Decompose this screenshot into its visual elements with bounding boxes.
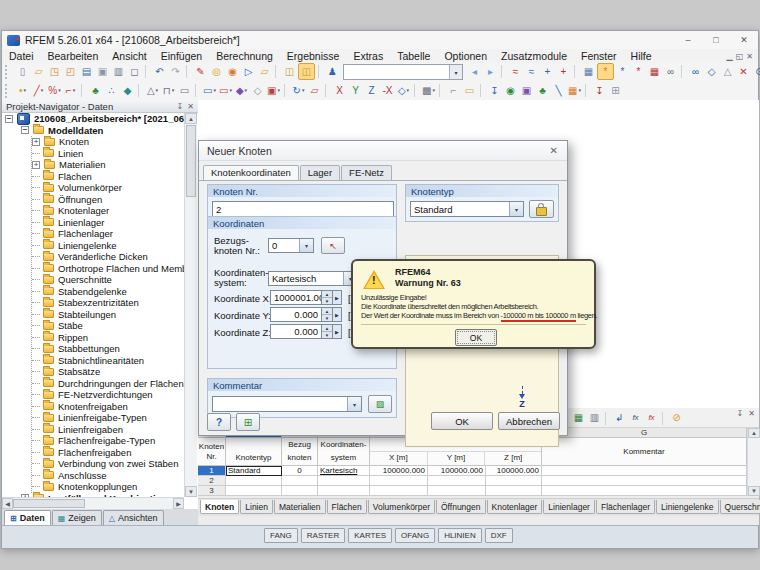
table-cell[interactable] [318,486,370,496]
expand-icon[interactable]: + [32,138,40,146]
menu-item-extras[interactable]: Extras [346,50,390,62]
frame-tool-icon[interactable]: ▭ [177,83,192,98]
rotate-tool-icon[interactable]: ↻▾ [291,83,306,98]
hinge-tool-icon[interactable]: ⊓▾ [161,83,176,98]
mdi-restore-button[interactable]: ◱ [736,52,744,61]
z-spinner[interactable]: ▲▼ [322,324,333,339]
solid-render-icon[interactable]: ▣ [519,83,534,98]
import-table-icon[interactable]: ▥ [587,411,602,426]
opening-tool-icon[interactable]: ▭▾ [218,83,233,98]
scroll-thumb[interactable] [186,125,196,197]
knotentyp-lock-button[interactable] [529,200,554,218]
tree-item-materialien[interactable]: +Materialien [32,159,184,171]
menu-item-ergebnisse[interactable]: Ergebnisse [280,50,347,62]
select-icon[interactable]: ▷ [241,64,256,79]
tree-item-verbindung-von-zwei-stäben[interactable]: Verbindung von zwei Stäben [32,458,184,470]
scroll-down-icon[interactable]: ▼ [185,486,197,497]
scroll-thumb[interactable] [13,499,85,508]
status-toggle-ofang[interactable]: OFANG [395,528,435,543]
table-cell[interactable] [542,476,747,486]
z-expand-button[interactable]: ▶ [333,324,342,339]
table-cell[interactable] [542,486,747,496]
line-divide-icon[interactable]: %▾ [47,83,62,98]
tree-item-rippen[interactable]: Rippen [32,332,184,344]
tree-item-orthotrope-flächen-und-membranen[interactable]: Orthotrope Flächen und Membranen [32,263,184,275]
table-cell[interactable]: 0 [282,466,318,476]
tree-group-modelldaten[interactable]: −Modelldaten [2,125,184,137]
redo-icon[interactable]: ↷ [168,64,183,79]
member-tree-icon[interactable]: ♣ [88,83,103,98]
menu-item-ansicht[interactable]: Ansicht [105,50,153,62]
close-icon[interactable]: ✕ [187,102,194,111]
table-tab-linienlager[interactable]: Linienlager [543,500,595,514]
tree-item-stabsätze[interactable]: Stabsätze [32,366,184,378]
tree-item-stabnichtlinearitäten[interactable]: Stabnichtlinearitäten [32,355,184,367]
knoten-nr-input[interactable]: 2 [212,201,394,217]
koordinate-x-input[interactable]: 1000001.000 [270,290,322,305]
table-cell[interactable] [226,476,282,486]
table-cell[interactable] [370,486,428,496]
scroll-down-icon[interactable]: ▼ [748,486,760,496]
render-mode-icon[interactable]: ▩▾ [421,83,436,98]
visibility-combo[interactable]: ▾ [343,64,463,80]
menu-item-fenster[interactable]: Fenster [574,50,624,62]
results-icon[interactable]: * [631,64,646,79]
mdi-minimize-button[interactable]: ▁ [727,52,733,61]
panel-toggle-icon[interactable]: ◫ [282,64,297,79]
table-cell[interactable]: Standard [226,466,282,476]
regenerate-icon[interactable]: ◉ [225,64,240,79]
table-tab-liniengelenke[interactable]: Liniengelenke [656,500,718,514]
koordinate-z-input[interactable]: 0.000 [270,324,322,339]
status-toggle-dxf[interactable]: DXF [485,528,513,543]
table-tab-materialien[interactable]: Materialien [274,500,326,514]
save-icon[interactable]: ▤ [79,64,94,79]
status-toggle-hlinien[interactable]: HLINIEN [438,528,482,543]
tree-item-flächen[interactable]: Flächen [32,171,184,183]
project-save-icon[interactable]: ◰ [63,64,78,79]
warning-ok-button[interactable]: OK [455,329,497,346]
status-toggle-kartes[interactable]: KARTES [348,528,392,543]
mesh-settings-icon[interactable]: * [597,63,614,80]
section-diagram-icon[interactable]: ≈ [524,64,539,79]
view-iso-icon[interactable]: ◇▾ [396,83,411,98]
tree-item-volumenkörper[interactable]: Volumenkörper [32,182,184,194]
tree-item-flächenfreigabe-typen[interactable]: Flächenfreigabe-Typen [32,435,184,447]
calculation-icon[interactable]: * [615,64,630,79]
table-cell[interactable]: 100000.000 [428,466,486,476]
tree-item-stabteilungen[interactable]: Stabteilungen [32,309,184,321]
mesh-icon[interactable]: ▦ [581,64,596,79]
table-tab-linien[interactable]: Linien [240,500,273,514]
table-tab-volumenkörper[interactable]: Volumenkörper [368,500,435,514]
expand-icon[interactable]: + [32,161,40,169]
navigator-tab-zeigen[interactable]: ▦Zeigen [52,510,102,525]
dialog-tab-knotenkoordinaten[interactable]: Knotenkoordinaten [203,165,299,181]
menu-item-optionen[interactable]: Optionen [437,50,494,62]
merge-tool-icon[interactable]: ▣▾ [266,83,281,98]
project-open-icon[interactable]: ◳ [47,64,62,79]
export-excel-icon[interactable]: ▦ [571,411,586,426]
menu-item-bearbeiten[interactable]: Bearbeiten [41,50,106,62]
zoom-icon[interactable]: ◎ [209,64,224,79]
table-cell[interactable] [318,476,370,486]
table-tab-knoten[interactable]: Knoten [200,500,239,514]
solid-tool-icon[interactable]: ◆ [120,83,135,98]
tree-item-öffnungen[interactable]: Öffnungen [32,194,184,206]
result-table-icon[interactable]: ▦ [647,64,662,79]
tree-root[interactable]: −210608_Arbeitsbereich* [2021_06] [2,113,184,125]
grid-view-icon[interactable]: ⊞ [608,83,623,98]
scroll-up-icon[interactable]: ▲ [748,428,760,438]
tree-item-veränderliche-dicken[interactable]: Veränderliche Dicken [32,251,184,263]
load-icon[interactable]: ↧ [487,83,502,98]
koordinatensystem-select[interactable]: Kartesisch ▾ [268,271,358,286]
tree-item-knoten[interactable]: +Knoten [32,136,184,148]
cancel-button[interactable]: Abbrechen [498,412,560,430]
navigator-tab-daten[interactable]: ⊞Daten [4,510,51,525]
menu-item-zusatzmodule[interactable]: Zusatzmodule [494,50,574,62]
fx-icon[interactable]: fx [628,411,643,426]
cube-tool-icon[interactable]: ◇ [250,83,265,98]
copy-icon[interactable]: ▣ [95,64,110,79]
tree-item-stabbettungen[interactable]: Stabbettungen [32,343,184,355]
menu-item-einfügen[interactable]: Einfügen [154,50,209,62]
mdi-close-button[interactable]: ✕ [746,52,753,61]
expand-icon[interactable]: − [21,126,29,134]
